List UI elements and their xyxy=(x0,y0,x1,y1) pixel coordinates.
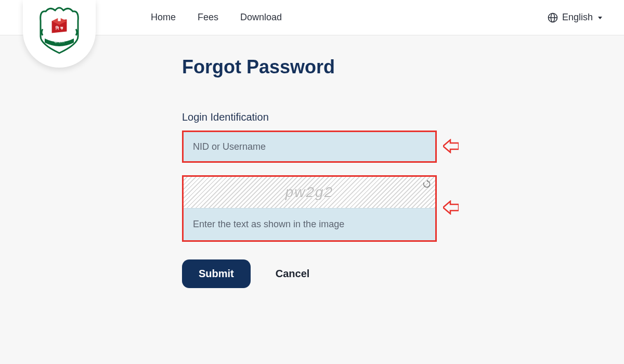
nav-fees[interactable]: Fees xyxy=(198,12,218,23)
nav-home[interactable]: Home xyxy=(151,12,176,23)
chevron-down-icon xyxy=(597,15,603,21)
action-buttons: Submit Cancel xyxy=(182,259,624,288)
language-selector[interactable]: English xyxy=(548,12,603,23)
globe-icon xyxy=(548,12,558,23)
cancel-button[interactable]: Cancel xyxy=(276,268,310,280)
refresh-icon[interactable] xyxy=(423,180,431,188)
main-nav: Home Fees Download xyxy=(151,12,282,23)
svg-marker-8 xyxy=(598,17,602,19)
arrow-left-icon xyxy=(443,139,459,153)
language-label: English xyxy=(562,12,593,23)
captcha-image: pw2g2 xyxy=(184,177,435,208)
top-header: নি ক বাংলাদেশ Home Fees Download English xyxy=(0,0,624,35)
main-content: Forgot Password Login Identification pw2… xyxy=(0,35,624,288)
captcha-text: pw2g2 xyxy=(285,184,334,201)
login-id-label: Login Identification xyxy=(182,111,624,123)
emblem-icon: নি ক বাংলাদেশ xyxy=(35,5,83,57)
captcha-input[interactable] xyxy=(184,208,435,240)
captcha-row: pw2g2 xyxy=(182,175,624,242)
login-id-input[interactable] xyxy=(182,131,437,163)
login-id-row xyxy=(182,131,624,163)
captcha-block: pw2g2 xyxy=(182,175,437,242)
page-title: Forgot Password xyxy=(182,56,624,78)
svg-rect-2 xyxy=(58,15,60,21)
svg-text:নি ক: নি ক xyxy=(55,25,63,31)
svg-text:বাংলাদেশ: বাংলাদেশ xyxy=(54,40,64,44)
submit-button[interactable]: Submit xyxy=(182,259,251,288)
arrow-left-icon xyxy=(443,200,459,215)
nav-download[interactable]: Download xyxy=(240,12,282,23)
